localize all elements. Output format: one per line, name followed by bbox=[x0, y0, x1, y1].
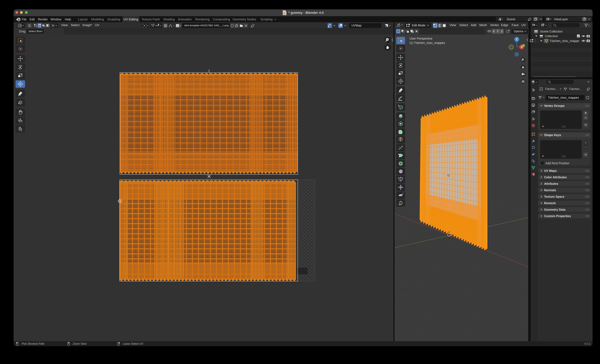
svg-text:Z: Z bbox=[516, 38, 518, 41]
